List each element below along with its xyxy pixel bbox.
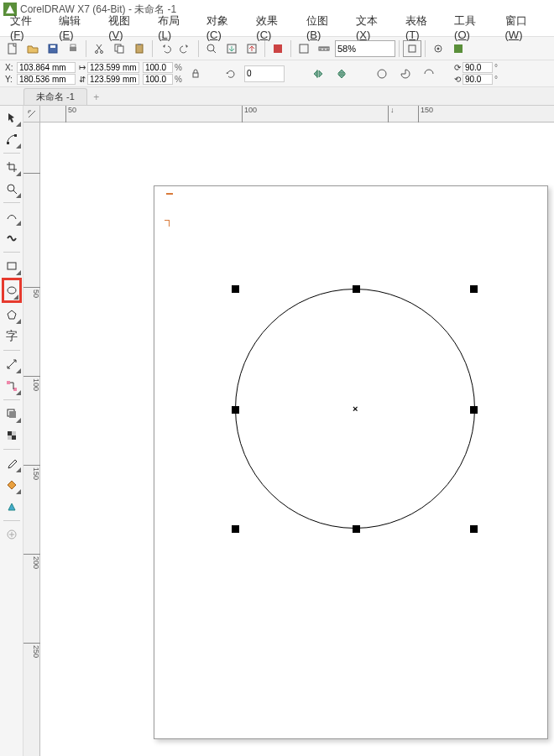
options-button[interactable] — [429, 39, 447, 58]
selection-handle-sw[interactable] — [232, 525, 239, 533]
lock-ratio-button[interactable] — [186, 64, 206, 84]
print-button[interactable] — [64, 39, 82, 58]
svg-rect-10 — [138, 44, 141, 45]
svg-rect-32 — [8, 431, 12, 435]
ruler-tick: 250 — [24, 643, 40, 658]
guide-mark-icon — [166, 193, 173, 195]
menu-file[interactable]: 文件(F) — [5, 12, 50, 43]
menu-layout[interactable]: 布局(L) — [153, 12, 198, 43]
zoom-level-select[interactable] — [335, 40, 395, 57]
redo-button[interactable] — [176, 39, 195, 58]
dimension-tool[interactable] — [2, 354, 22, 374]
ellipse-tool[interactable] — [2, 278, 22, 303]
menu-bitmap[interactable]: 位图(B) — [301, 12, 348, 43]
svg-rect-35 — [8, 435, 12, 440]
import-button[interactable] — [222, 39, 241, 58]
cut-button[interactable] — [90, 39, 108, 58]
x-label: X: — [5, 63, 15, 72]
mirror-h-button[interactable] — [308, 64, 328, 84]
transparency-tool[interactable] — [2, 425, 22, 446]
canvas[interactable]: × — [40, 123, 554, 756]
y-position-input[interactable] — [17, 74, 76, 85]
ruler-origin[interactable] — [24, 106, 40, 123]
publish-pdf-button[interactable] — [269, 39, 287, 58]
arc-open-button[interactable] — [419, 64, 439, 84]
eyedropper-tool[interactable] — [2, 453, 22, 473]
selection-handle-n[interactable] — [353, 285, 360, 293]
svg-rect-4 — [71, 44, 76, 47]
scale-x-input[interactable] — [143, 62, 173, 73]
arc-button[interactable] — [395, 64, 416, 84]
connector-tool[interactable] — [2, 376, 22, 396]
menu-window[interactable]: 窗口(W) — [500, 12, 550, 43]
selection-handle-w[interactable] — [232, 406, 239, 414]
height-input[interactable] — [87, 74, 139, 85]
size-group: ↦ ⇵ — [79, 62, 139, 85]
copy-button[interactable] — [110, 39, 128, 58]
add-document-button[interactable]: + — [89, 90, 104, 105]
document-tab[interactable]: 未命名 -1 — [24, 88, 87, 105]
undo-button[interactable] — [156, 39, 175, 58]
canvas-area[interactable]: 50 100 ↓ 150 200 50 100 150 200 250 — [24, 106, 554, 756]
selection-handle-se[interactable] — [470, 525, 478, 533]
rectangle-tool[interactable] — [2, 256, 22, 276]
toolbox: 字 — [0, 106, 24, 756]
separator — [3, 153, 20, 154]
svg-rect-3 — [70, 47, 76, 51]
selection-handle-nw[interactable] — [232, 285, 239, 293]
menu-effect[interactable]: 效果(C) — [251, 12, 298, 43]
mirror-v-button[interactable] — [332, 64, 352, 84]
menu-tools[interactable]: 工具(O) — [449, 12, 496, 43]
pick-tool[interactable] — [2, 107, 22, 128]
menu-edit[interactable]: 编辑(E) — [54, 12, 100, 43]
pie-button[interactable] — [372, 64, 392, 84]
svg-rect-2 — [50, 45, 55, 48]
menu-object[interactable]: 对象(C) — [201, 12, 248, 43]
quick-customize-button[interactable] — [2, 524, 22, 545]
paste-button[interactable] — [130, 39, 149, 58]
selection-center-icon: × — [353, 404, 358, 414]
menu-text[interactable]: 文本(X) — [351, 12, 397, 43]
smart-fill-tool[interactable] — [2, 497, 22, 517]
crop-tool[interactable] — [2, 157, 22, 177]
open-file-button[interactable] — [24, 39, 42, 58]
selection-handle-s[interactable] — [353, 525, 360, 533]
save-button[interactable] — [44, 39, 62, 58]
angle-end-input[interactable] — [463, 74, 493, 85]
app-launcher-button[interactable] — [449, 39, 468, 58]
svg-rect-24 — [14, 134, 17, 137]
interactive-fill-tool[interactable] — [2, 475, 22, 495]
svg-rect-8 — [118, 46, 123, 53]
vertical-ruler[interactable]: 50 100 150 200 250 — [24, 123, 40, 756]
horizontal-ruler[interactable]: 50 100 ↓ 150 200 — [40, 106, 554, 123]
separator — [198, 40, 199, 57]
ruler-tick: 200 — [24, 554, 40, 569]
x-position-input[interactable] — [17, 62, 76, 73]
polygon-tool[interactable] — [2, 305, 22, 325]
scale-y-input[interactable] — [143, 74, 173, 85]
svg-rect-0 — [8, 44, 16, 54]
svg-point-22 — [378, 70, 386, 78]
selection-handle-e[interactable] — [470, 406, 478, 414]
zoom-tool[interactable] — [2, 179, 22, 199]
show-rulers-button[interactable] — [315, 39, 333, 58]
angle-start-input[interactable] — [463, 62, 493, 73]
position-group: X: Y: — [5, 62, 76, 85]
drop-shadow-tool[interactable] — [2, 404, 22, 424]
menu-view[interactable]: 视图(V) — [103, 12, 149, 43]
menu-table[interactable]: 表格(T) — [400, 12, 446, 43]
freehand-tool[interactable] — [2, 206, 22, 227]
fullscreen-button[interactable] — [295, 39, 313, 58]
selection-handle-ne[interactable] — [470, 285, 478, 293]
artistic-media-tool[interactable] — [2, 228, 22, 248]
export-button[interactable] — [243, 39, 261, 58]
shape-tool[interactable] — [2, 129, 22, 149]
search-button[interactable] — [202, 39, 221, 58]
snap-button[interactable] — [403, 40, 421, 57]
width-input[interactable] — [87, 62, 139, 73]
ruler-tick: ↓ — [388, 106, 395, 123]
text-tool[interactable]: 字 — [2, 326, 22, 347]
svg-rect-20 — [454, 44, 463, 53]
new-file-button[interactable] — [3, 39, 22, 58]
rotation-input[interactable] — [244, 65, 285, 82]
